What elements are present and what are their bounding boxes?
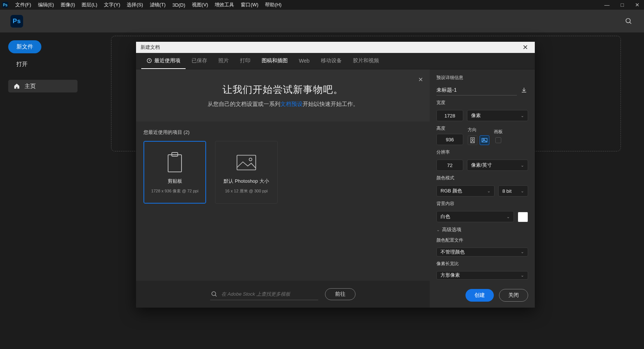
preset-title: 剪贴板 <box>168 178 182 185</box>
chevron-down-icon: ⌄ <box>521 163 524 168</box>
create-button[interactable]: 创建 <box>465 289 494 302</box>
ps-tiny-icon: Ps <box>2 2 8 8</box>
dialog-left-footer: 前往 <box>136 281 430 308</box>
select-value: 8 bit <box>502 188 512 194</box>
preset-list: 剪贴板 644 x 349 像素 @ 72 ppi 默认 Photoshop … <box>136 141 430 204</box>
select-value: 白色 <box>441 213 450 220</box>
banner-close-button[interactable]: ✕ <box>417 75 424 85</box>
recent-items-label: 您最近使用的项目 (2) <box>136 122 430 141</box>
close-window-icon[interactable]: ✕ <box>632 0 643 9</box>
tab-art[interactable]: 图稿和插图 <box>256 53 293 69</box>
height-input[interactable] <box>436 134 463 145</box>
landscape-icon <box>482 138 487 142</box>
app-bar: Ps <box>0 10 644 33</box>
menu-filter[interactable]: 滤镜(T) <box>146 0 169 10</box>
doc-name-input[interactable] <box>436 85 517 95</box>
bg-content-select[interactable]: 白色 ⌄ <box>436 211 514 222</box>
width-unit-select[interactable]: 像素 ⌄ <box>467 110 528 121</box>
tab-saved[interactable]: 已保存 <box>186 53 212 69</box>
tab-film[interactable]: 胶片和视频 <box>348 53 384 69</box>
details-header: 预设详细信息 <box>436 75 528 81</box>
orientation-landscape[interactable] <box>480 135 489 145</box>
menu-plugins[interactable]: 增效工具 <box>211 0 237 10</box>
new-document-dialog: 新建文档 ✕ 最近使用项 已保存 照片 打印 图稿和插图 Web 移动设备 胶片… <box>136 42 535 308</box>
doc-presets-link[interactable]: 文档预设 <box>280 101 303 107</box>
chevron-down-icon: ⌄ <box>487 189 490 194</box>
chevron-down-icon: ⌄ <box>521 249 524 254</box>
tab-web[interactable]: Web <box>294 53 315 69</box>
menu-3d[interactable]: 3D(D) <box>169 0 189 10</box>
width-input[interactable] <box>436 110 463 121</box>
menu-window[interactable]: 窗口(W) <box>237 0 262 10</box>
dialog-tabs: 最近使用项 已保存 照片 打印 图稿和插图 Web 移动设备 胶片和视频 <box>136 53 535 69</box>
stock-go-button[interactable]: 前往 <box>325 288 356 300</box>
maximize-icon[interactable]: □ <box>618 0 627 9</box>
banner-text-after: 开始以快速开始工作。 <box>303 101 359 107</box>
bit-depth-select[interactable]: 8 bit ⌄ <box>498 185 528 196</box>
select-value: 像素/英寸 <box>471 162 492 169</box>
pixel-aspect-select[interactable]: 方形像素 ⌄ <box>436 271 528 280</box>
chevron-down-icon: ⌄ <box>436 227 440 232</box>
svg-point-0 <box>626 18 631 23</box>
select-value: 方形像素 <box>441 272 460 279</box>
download-icon <box>521 87 527 94</box>
bg-color-swatch[interactable] <box>518 212 528 222</box>
preset-default-ps[interactable]: 默认 Photoshop 大小 16 x 12 厘米 @ 300 ppi <box>215 141 278 204</box>
tab-mobile[interactable]: 移动设备 <box>316 53 347 69</box>
resolution-input[interactable] <box>436 160 463 171</box>
color-profile-select[interactable]: 不管理颜色 ⌄ <box>436 248 528 257</box>
banner-text-before: 从您自己的文档设置或一系列 <box>208 101 280 107</box>
menu-file[interactable]: 文件(F) <box>12 0 35 10</box>
color-mode-select[interactable]: RGB 颜色 ⌄ <box>436 185 495 196</box>
save-preset-button[interactable] <box>520 86 528 94</box>
orientation-label: 方向 <box>468 127 489 133</box>
menu-image[interactable]: 图像(I) <box>57 0 78 10</box>
artboard-checkbox[interactable] <box>495 137 501 143</box>
menu-view[interactable]: 视图(V) <box>189 0 211 10</box>
search-button[interactable] <box>624 16 634 26</box>
banner-text: 从您自己的文档设置或一系列文档预设开始以快速开始工作。 <box>208 101 359 108</box>
image-icon <box>236 151 257 174</box>
bg-label: 背景内容 <box>436 201 528 207</box>
preset-clipboard[interactable]: 剪贴板 644 x 349 像素 @ 72 ppi <box>143 141 206 204</box>
resolution-label: 分辨率 <box>436 149 528 155</box>
menu-layer[interactable]: 图层(L) <box>78 0 101 10</box>
ps-logo-icon: Ps <box>10 15 23 28</box>
stock-search: 前往 <box>210 288 356 300</box>
orientation-portrait[interactable] <box>468 135 477 145</box>
sidebar-item-home[interactable]: 主页 <box>8 80 78 92</box>
select-value: RGB 颜色 <box>441 188 462 194</box>
dialog-actions: 创建 关闭 <box>436 284 528 302</box>
stock-search-input[interactable] <box>210 288 318 300</box>
menu-select[interactable]: 选择(S) <box>123 0 146 10</box>
open-button[interactable]: 打开 <box>8 59 78 70</box>
dialog-close-button[interactable]: ✕ <box>520 43 530 51</box>
svg-line-1 <box>630 22 631 23</box>
banner-title: 让我们开始尝试新事物吧。 <box>222 83 343 96</box>
preset-subtitle: 644 x 349 像素 @ 72 ppi <box>151 188 199 194</box>
color-mode-label: 颜色模式 <box>436 175 528 181</box>
tab-recent[interactable]: 最近使用项 <box>141 53 186 69</box>
tab-print[interactable]: 打印 <box>235 53 256 69</box>
search-icon <box>625 18 632 25</box>
menu-type[interactable]: 文字(Y) <box>101 0 123 10</box>
dialog-left-panel: ✕ 让我们开始尝试新事物吧。 从您自己的文档设置或一系列文档预设开始以快速开始工… <box>136 69 430 308</box>
menu-help[interactable]: 帮助(H) <box>262 0 285 10</box>
advanced-toggle[interactable]: ⌄ 高级选项 <box>436 226 528 233</box>
preset-title: 默认 Photoshop 大小 <box>224 178 269 185</box>
preset-subtitle: 16 x 12 厘米 @ 300 ppi <box>225 188 268 194</box>
resolution-unit-select[interactable]: 像素/英寸 ⌄ <box>467 160 528 171</box>
preset-details-panel: 预设详细信息 宽度 像素 ⌄ 高度 <box>430 69 535 308</box>
minimize-icon[interactable]: — <box>602 0 613 9</box>
chevron-down-icon: ⌄ <box>506 214 510 219</box>
close-button[interactable]: 关闭 <box>499 289 528 302</box>
sidebar-item-label: 主页 <box>25 83 36 90</box>
tab-photo[interactable]: 照片 <box>213 53 234 69</box>
menu-edit[interactable]: 编辑(E) <box>35 0 57 10</box>
svg-rect-3 <box>168 155 181 172</box>
height-label: 高度 <box>436 125 463 132</box>
tab-label: 最近使用项 <box>154 57 180 64</box>
new-file-button[interactable]: 新文件 <box>8 40 41 53</box>
window-controls: — □ ✕ <box>602 0 643 10</box>
portrait-icon <box>470 137 475 143</box>
